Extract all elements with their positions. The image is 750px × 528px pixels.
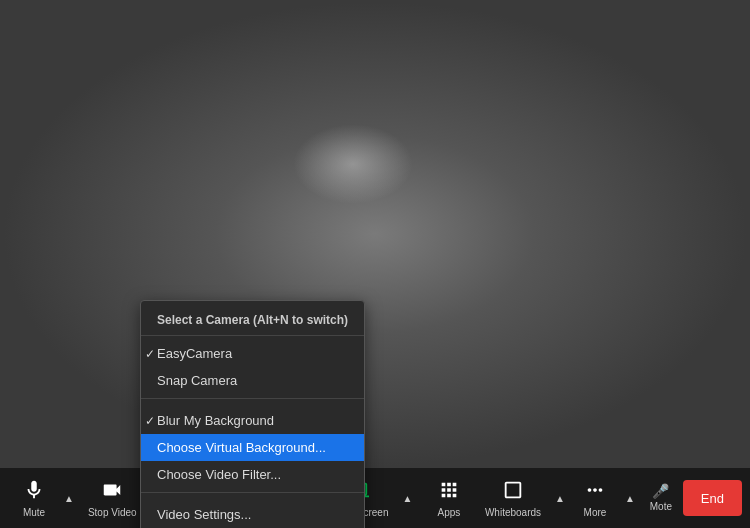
whiteboards-label: Whiteboards [485, 507, 541, 518]
checkmark-easy-camera: ✓ [145, 347, 155, 361]
mic-icon [23, 479, 45, 504]
video-icon [101, 479, 123, 504]
camera-section: ✓ EasyCamera Snap Camera [141, 336, 364, 394]
background-section: ✓ Blur My Background Choose Virtual Back… [141, 403, 364, 488]
camera-context-menu: Select a Camera (Alt+N to switch) ✓ Easy… [140, 300, 365, 528]
toolbar: Mute ▲ Stop Video ▲ Security [0, 468, 750, 528]
video-area: Select a Camera (Alt+N to switch) ✓ Easy… [0, 0, 750, 468]
mote-button[interactable]: 🎤 Mote [639, 478, 683, 518]
menu-item-video-filter[interactable]: Choose Video Filter... [141, 461, 364, 488]
menu-header: Select a Camera (Alt+N to switch) [141, 309, 364, 336]
toolbar-right: Apps Whiteboards ▲ More ▲ 🎤 Mote [423, 473, 742, 524]
video-glow [293, 124, 413, 204]
mute-chevron[interactable]: ▲ [60, 487, 78, 510]
mote-icon: 🎤 [652, 484, 669, 498]
menu-item-easy-camera[interactable]: ✓ EasyCamera [141, 340, 364, 367]
more-label: More [584, 507, 607, 518]
apps-icon [438, 479, 460, 504]
whiteboards-icon [502, 479, 524, 504]
more-chevron[interactable]: ▲ [621, 487, 639, 510]
checkmark-blur: ✓ [145, 414, 155, 428]
separator-1 [141, 398, 364, 399]
menu-item-virtual-background[interactable]: Choose Virtual Background... [141, 434, 364, 461]
menu-item-snap-camera[interactable]: Snap Camera [141, 367, 364, 394]
apps-button[interactable]: Apps [423, 473, 475, 524]
more-icon [584, 479, 606, 504]
mute-button[interactable]: Mute [8, 473, 60, 524]
share-chevron[interactable]: ▲ [399, 487, 417, 510]
separator-2 [141, 492, 364, 493]
apps-label: Apps [438, 507, 461, 518]
stop-video-button[interactable]: Stop Video [78, 473, 147, 524]
settings-section: Video Settings... [141, 497, 364, 528]
end-button[interactable]: End [683, 480, 742, 516]
mute-label: Mute [23, 507, 45, 518]
whiteboards-chevron[interactable]: ▲ [551, 487, 569, 510]
whiteboards-button[interactable]: Whiteboards [475, 473, 551, 524]
mote-label: Mote [650, 501, 672, 512]
menu-item-blur-background[interactable]: ✓ Blur My Background [141, 407, 364, 434]
stop-video-label: Stop Video [88, 507, 137, 518]
more-button[interactable]: More [569, 473, 621, 524]
menu-item-video-settings[interactable]: Video Settings... [141, 501, 364, 528]
